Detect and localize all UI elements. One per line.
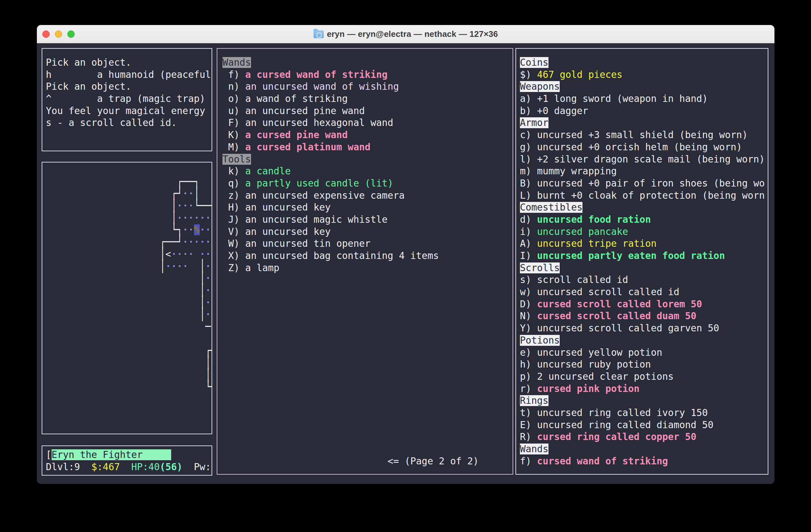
terminal-line: e) uncursed yellow potion <box>520 347 768 359</box>
text-floor: ·· <box>200 224 211 235</box>
text-greenb: uncursed food ration <box>537 214 651 225</box>
terminal-line: r) cursed pink potion <box>520 383 768 395</box>
text: Pick an object. <box>46 57 131 68</box>
terminal-line: Weapons <box>520 81 768 93</box>
terminal-line <box>46 393 212 405</box>
text-namebg: Eryn the Fighter <box>51 449 171 460</box>
inventory-pane[interactable]: Coins$) 467 gold piecesWeaponsa) +1 long… <box>516 48 768 475</box>
text-yellow: uncursed tripe ration <box>537 238 657 249</box>
text-hdr: Wands <box>223 57 251 68</box>
text: K) <box>223 129 245 140</box>
text-pinkb: cursed ring called copper 50 <box>537 432 696 442</box>
text: w) uncursed scroll called id <box>520 286 679 297</box>
terminal-line: [Eryn the Fighter <box>46 449 212 461</box>
status-pane[interactable]: [Eryn the Fighter Dlvl:9 $:467 HP:40(56)… <box>42 445 212 475</box>
text-pinkb: a cursed pine wand <box>245 129 348 140</box>
text: Dlvl:9 <box>46 461 91 472</box>
text-pinkb: cursed scroll called duam 50 <box>537 311 696 322</box>
text-hdr2: Rings <box>520 395 549 406</box>
terminal-line: d) uncursed food ration <box>520 214 768 226</box>
text-hdr2: Comestibles <box>520 202 582 213</box>
terminal-line: p) 2 uncursed clear potions <box>520 371 768 383</box>
text: I) <box>520 250 537 261</box>
text-pinkb: a cursed wand of striking <box>245 69 387 80</box>
text: W) an uncursed tin opener <box>223 238 370 249</box>
terminal-line: Coins <box>520 57 768 69</box>
terminal-line: t) uncursed ring called ivory 150 <box>520 407 768 419</box>
text-hp: HP:40 <box>131 461 159 472</box>
text-hdr2: Wands <box>520 443 549 454</box>
terminal-line <box>223 395 512 407</box>
title-area: eryn — eryn@electra — nethack — 127×36 <box>37 25 775 43</box>
terminal-line <box>223 286 512 298</box>
text-greenb: uncursed partly eaten food ration <box>537 250 725 261</box>
text: <= (Page 2 of 2) <box>223 456 478 467</box>
text <box>120 461 132 472</box>
text-floor: ···· <box>165 261 188 272</box>
text-pct: % <box>194 224 200 235</box>
text: A) <box>520 238 537 249</box>
text-hdr: Tools <box>223 154 251 165</box>
terminal-line: │<···· ·· <box>46 248 212 261</box>
terminal-line: F) an uncursed hexagonal wand <box>223 117 512 129</box>
terminal-line: f) a cursed wand of striking <box>223 69 512 81</box>
terminal-line <box>46 417 212 429</box>
terminal-line: M) a cursed platinum wand <box>223 141 512 154</box>
terminal-line: Tools <box>223 154 512 166</box>
text-pinkb: cursed wand of striking <box>537 456 668 467</box>
map-pane[interactable]: ┌──┐ ┌┘··│ │···└─── │······ └┐··%·· ┌──┘… <box>42 162 212 434</box>
text-floor: ····· <box>182 236 211 247</box>
terminal-line: N) cursed scroll called duam 50 <box>520 310 768 323</box>
terminal-line: X) an uncursed bag containing 4 items <box>223 250 512 262</box>
text: ^ a trap (magic trap) <box>46 93 205 104</box>
text-floor: · <box>205 261 211 272</box>
terminal-line <box>223 274 512 286</box>
text-pinkb: cursed pink potion <box>537 383 640 394</box>
terminal-line: g) uncursed +0 orcish helm (being worn) <box>520 141 768 154</box>
text: u) an uncursed pine wand <box>223 106 365 116</box>
terminal-line: Wands <box>223 57 512 69</box>
terminal-line: L) burnt +0 cloak of protection (being w… <box>520 190 768 202</box>
titlebar[interactable]: eryn — eryn@electra — nethack — 127×36 <box>37 25 775 43</box>
text-green: a partly used candle (lit) <box>245 178 393 189</box>
message-pane[interactable]: Pick an object.h a humanoid (peacefulPic… <box>42 48 212 151</box>
terminal-line: Scrolls <box>520 262 768 274</box>
window-title: eryn — eryn@electra — nethack — 127×36 <box>327 29 498 39</box>
terminal-line: k) a candle <box>223 166 512 177</box>
text: N) <box>520 311 537 322</box>
terminal-line: f) cursed wand of striking <box>520 455 768 468</box>
text-floor: · <box>205 309 211 320</box>
terminal-window[interactable]: eryn — eryn@electra — nethack — 127×36 P… <box>37 25 775 484</box>
text-pinkb: a cursed platinum wand <box>245 142 370 153</box>
terminal-line <box>223 371 512 383</box>
terminal-line <box>223 334 512 347</box>
text-hdr2: Potions <box>520 335 560 346</box>
text: q) <box>223 178 245 189</box>
terminal-line: A) uncursed tripe ration <box>520 238 768 250</box>
text-hdr2: Coins <box>520 57 549 68</box>
folder-icon[interactable] <box>313 30 324 38</box>
menu-pane[interactable]: Wands f) a cursed wand of striking n) an… <box>217 48 513 475</box>
terminal-line: H) an uncursed key <box>223 202 512 214</box>
text: $) <box>520 69 537 80</box>
text-floor: ······ <box>177 213 211 223</box>
text: F) an uncursed hexagonal wand <box>223 117 393 128</box>
terminal-line <box>46 405 212 418</box>
terminal-line: Wands <box>520 443 768 455</box>
terminal-line <box>223 310 512 323</box>
terminal-line: Rings <box>520 395 768 407</box>
text-hpb: (56) <box>159 461 182 472</box>
text: c) uncursed +3 small shield (being worn) <box>520 129 748 140</box>
terminal-line: Potions <box>520 334 768 347</box>
terminal-line: ─ <box>46 321 212 333</box>
terminal-line: B) uncursed +0 pair of iron shoes (being… <box>520 177 768 190</box>
terminal-content[interactable]: Pick an object.h a humanoid (peacefulPic… <box>37 43 775 484</box>
text: p) 2 uncursed clear potions <box>520 371 674 382</box>
terminal-line <box>223 298 512 311</box>
terminal-line: └─ <box>46 381 212 393</box>
text-yellow: 467 gold pieces <box>537 69 622 80</box>
text: [ <box>46 449 51 460</box>
text-floor: ·· <box>200 249 211 260</box>
terminal-line: ^ a trap (magic trap) <box>46 93 212 105</box>
terminal-line: b) +0 dagger <box>520 105 768 117</box>
